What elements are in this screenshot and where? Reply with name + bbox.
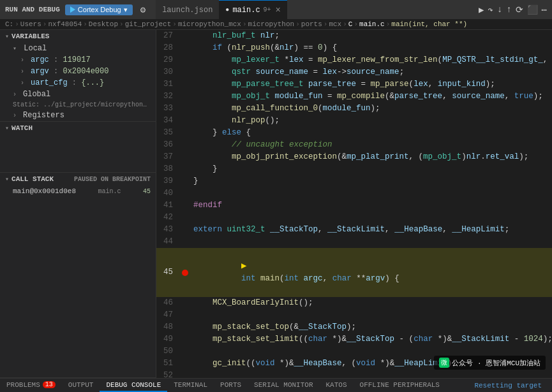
problems-badge: 13 xyxy=(43,381,56,388)
code-line: 27 nlr_buf_t nlr; xyxy=(156,30,552,42)
line-number: 38 xyxy=(156,163,179,175)
code-content: } xyxy=(191,175,552,187)
tab-output[interactable]: OUTPUT xyxy=(62,379,100,392)
bottom-bar: PROBLEMS 13 OUTPUT DEBUG CONSOLE TERMINA… xyxy=(0,378,552,392)
code-content: mp_obj_print_exception(&mp_plat_print, (… xyxy=(191,151,552,163)
code-content: // uncaught exception xyxy=(191,139,552,151)
code-line: 29 mp_lexer_t *lex = mp_lexer_new_from_s… xyxy=(156,54,552,66)
chevron-right-icon: › xyxy=(20,68,28,75)
run-debug-label: RUN AND DEBUG xyxy=(5,6,60,13)
tab-label: PROBLEMS xyxy=(6,381,40,389)
tab-label: PORTS xyxy=(220,381,241,389)
breadcrumb-part[interactable]: Users xyxy=(20,20,41,28)
debug-step-over-icon[interactable]: ↷ xyxy=(488,4,493,15)
variables-label: VARIABLES xyxy=(11,33,49,40)
tab-problems[interactable]: PROBLEMS 13 xyxy=(0,379,62,392)
code-line: 40 xyxy=(156,187,552,200)
breadcrumb-part[interactable]: git_project xyxy=(125,20,172,28)
line-number: 45 xyxy=(156,266,179,279)
play-icon xyxy=(70,6,75,13)
breadcrumb-part[interactable]: micropython xyxy=(248,20,295,28)
var-argv[interactable]: › argv : 0x2004e000 xyxy=(0,66,156,77)
tab-label: OFFLINE PERIPHERALS xyxy=(360,381,440,389)
debug-stop-icon[interactable]: ⬛ xyxy=(527,4,538,15)
var-uart-cfg[interactable]: › uart_cfg : {...} xyxy=(0,77,156,89)
call-stack-label: CALL STACK xyxy=(11,175,54,183)
breadcrumb-part[interactable]: C: xyxy=(5,20,13,28)
tab-main-c[interactable]: ● main.c 9+ × xyxy=(219,0,287,19)
line-number: 39 xyxy=(156,175,179,187)
code-content: mp_stack_set_limit((char *)&__StackTop -… xyxy=(191,333,552,345)
chevron-right-icon: › xyxy=(20,80,28,87)
code-line: 51 gc_init((void *)&__HeapBase, (void *)… xyxy=(156,358,552,370)
code-line: 39 } xyxy=(156,175,552,187)
tab-katos[interactable]: KATOS xyxy=(320,379,354,392)
code-content: MCX_BoardEarlyInit(); xyxy=(191,297,552,309)
chevron-down-icon: ▾ xyxy=(5,33,9,40)
debug-step-into-icon[interactable]: ↓ xyxy=(497,4,502,15)
breadcrumb-part[interactable]: micropython_mcx xyxy=(178,20,241,28)
code-content: mp_obj_t module_fun = mp_compile(&parse_… xyxy=(191,91,552,103)
code-line: 32 mp_obj_t module_fun = mp_compile(&par… xyxy=(156,91,552,103)
debug-step-out-icon[interactable]: ↑ xyxy=(506,4,511,15)
line-number: 51 xyxy=(156,358,179,370)
tab-ports[interactable]: PORTS xyxy=(214,379,248,392)
tab-launch-json[interactable]: launch.json xyxy=(156,0,219,19)
variables-header[interactable]: ▾ VARIABLES xyxy=(0,30,156,43)
call-stack-item[interactable]: main@0x0001d0e8 main.c 45 xyxy=(0,185,156,197)
code-content: mp_call_function_0(module_fun); xyxy=(191,103,552,115)
stack-line: 45 xyxy=(143,188,151,195)
breakpoint-area xyxy=(179,270,191,276)
line-number: 50 xyxy=(156,345,179,358)
breadcrumb-part[interactable]: main(int, char **) xyxy=(391,20,467,28)
gear-icon[interactable]: ⚙ xyxy=(140,4,145,15)
breadcrumb-part[interactable]: ports xyxy=(301,20,322,28)
breadcrumb-part[interactable]: main.c xyxy=(359,20,385,28)
local-label: Local xyxy=(24,44,47,53)
code-line: 30 qstr source_name = lex->source_name; xyxy=(156,66,552,78)
tab-offline-peripherals[interactable]: OFFLINE PERIPHERALS xyxy=(354,379,446,392)
chevron-right-icon: › xyxy=(13,112,20,119)
debug-restart-icon[interactable]: ⟳ xyxy=(516,4,523,15)
variables-local-group[interactable]: ▾ Local xyxy=(0,43,156,54)
breadcrumb-part[interactable]: Desktop xyxy=(89,20,118,28)
code-content: mp_parse_tree_t parse_tree = mp_parse(le… xyxy=(191,78,552,91)
close-icon[interactable]: × xyxy=(276,5,281,15)
call-stack-header[interactable]: ▾ CALL STACK Paused on breakpoint xyxy=(0,173,156,185)
debug-config-button[interactable]: Cortex Debug ▾ xyxy=(65,4,133,15)
code-content: mp_lexer_t *lex = mp_lexer_new_from_str_… xyxy=(191,54,552,66)
var-argc[interactable]: › argc : 119017 xyxy=(0,54,156,66)
breadcrumb-part[interactable]: nxf48054 xyxy=(48,20,82,28)
tab-label: KATOS xyxy=(326,381,347,389)
debug-continue-icon[interactable]: ▶ xyxy=(479,4,484,15)
debug-arrow-icon: ▶ xyxy=(241,261,246,271)
tab-terminal[interactable]: TERMINAL xyxy=(167,379,214,392)
line-number: 34 xyxy=(156,115,179,127)
line-number: 43 xyxy=(156,224,179,236)
var-registers-group[interactable]: › Registers xyxy=(0,110,156,121)
tab-debug-console[interactable]: DEBUG CONSOLE xyxy=(100,379,167,392)
code-line: 48 mp_stack_set_top(&__StackTop); xyxy=(156,321,552,333)
debug-controls: ▶ ↷ ↓ ↑ ⟳ ⬛ ⋯ xyxy=(479,4,547,15)
tab-serial-monitor[interactable]: SERIAL MONITOR xyxy=(248,379,319,392)
line-number: 49 xyxy=(156,333,179,345)
code-line: 38 } xyxy=(156,163,552,175)
bottom-right: Resetting target xyxy=(469,381,552,391)
code-line: 44 xyxy=(156,236,552,248)
var-global-group[interactable]: › Global xyxy=(0,89,156,100)
chevron-right-icon: › xyxy=(20,57,28,64)
line-number: 46 xyxy=(156,297,179,309)
code-content: } xyxy=(191,163,552,175)
watch-header[interactable]: ▾ WATCH xyxy=(0,122,156,134)
main-area: ▾ VARIABLES ▾ Local › argc : 119017 › ar… xyxy=(0,30,552,378)
var-key: argc xyxy=(31,55,49,64)
watch-section: ▾ WATCH xyxy=(0,122,156,173)
code-content: qstr source_name = lex->source_name; xyxy=(191,66,552,78)
code-line: 36 // uncaught exception xyxy=(156,139,552,151)
breadcrumb-part[interactable]: C xyxy=(348,20,353,28)
breadcrumb-part[interactable]: mcx xyxy=(329,20,341,28)
code-content: gc_init((void *)&__HeapBase, (void *)&__… xyxy=(191,358,552,370)
debug-more-icon[interactable]: ⋯ xyxy=(542,4,547,15)
var-static-group[interactable]: Static: ../git_project/micropython_mcx/m… xyxy=(0,100,156,110)
code-line: 28 if (nlr_push(&nlr) == 0) { xyxy=(156,42,552,54)
